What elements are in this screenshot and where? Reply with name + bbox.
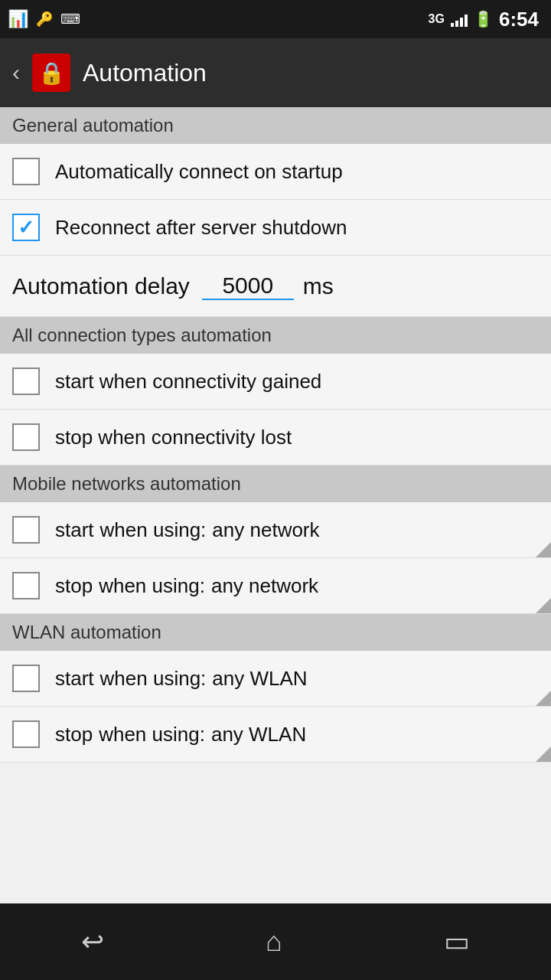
wlan-start-prefix: start <box>55 667 94 691</box>
mobile-start-prefix: start <box>55 518 94 542</box>
nav-recents-button[interactable]: ▭ <box>444 926 470 958</box>
signal-bars <box>451 11 468 27</box>
mobile-start-middle: when using: <box>100 518 207 542</box>
wlan-stop-checkbox[interactable] <box>12 720 40 748</box>
section-wlan-header: WLAN automation <box>0 614 551 651</box>
stop-connectivity-item[interactable]: stop when connectivity lost <box>0 410 551 466</box>
mobile-start-checkbox[interactable] <box>12 516 40 544</box>
grid-icon: 📊 <box>8 9 28 29</box>
delay-input[interactable] <box>202 273 294 300</box>
wlan-start-item[interactable]: start when using: any WLAN <box>0 651 551 707</box>
wlan-start-dropdown-arrow[interactable] <box>536 691 551 706</box>
mobile-stop-checkbox[interactable] <box>12 572 40 599</box>
nav-bar: ↩ ⌂ ▭ <box>0 903 551 980</box>
start-connectivity-checkbox[interactable] <box>12 368 40 395</box>
nav-back-button[interactable]: ↩ <box>81 926 104 958</box>
network-type: 3G <box>429 12 445 26</box>
app-icon: 🔒 <box>32 54 70 92</box>
wlan-stop-item[interactable]: stop when using: any WLAN <box>0 707 551 763</box>
app-title: Automation <box>83 59 207 87</box>
stop-connectivity-checkbox[interactable] <box>12 423 40 451</box>
reconnect-label: Reconnect after server shutdown <box>55 216 539 240</box>
back-button[interactable]: ‹ <box>12 60 20 86</box>
auto-connect-item[interactable]: Automatically connect on startup <box>0 144 551 200</box>
mobile-start-dropdown-arrow[interactable] <box>536 542 551 557</box>
section-mobile-networks-header: Mobile networks automation <box>0 466 551 502</box>
mobile-stop-dropdown-arrow[interactable] <box>536 598 551 613</box>
time-display: 6:54 <box>499 8 539 31</box>
reconnect-checkbox[interactable]: ✓ <box>12 214 40 241</box>
wlan-start-middle: when using: <box>100 667 207 691</box>
wlan-stop-dropdown-arrow[interactable] <box>536 746 551 762</box>
mobile-stop-item[interactable]: stop when using: any network <box>0 558 551 614</box>
section-general-header: General automation <box>0 107 551 144</box>
content-area: General automation Automatically connect… <box>0 107 551 763</box>
auto-connect-checkbox[interactable] <box>12 158 40 185</box>
stop-connectivity-label: stop when connectivity lost <box>55 426 539 449</box>
start-connectivity-item[interactable]: start when connectivity gained <box>0 354 551 410</box>
wlan-stop-prefix: stop <box>55 723 93 746</box>
mobile-start-value: any network <box>212 518 539 542</box>
mobile-stop-prefix: stop <box>55 574 93 598</box>
delay-label: Automation delay <box>12 273 190 299</box>
status-left-icons: 📊 🔑 ⌨ <box>0 0 80 38</box>
app-bar: ‹ 🔒 Automation <box>0 38 551 107</box>
mobile-stop-value: any network <box>211 574 539 598</box>
delay-row: Automation delay ms <box>0 256 551 317</box>
mobile-start-item[interactable]: start when using: any network <box>0 502 551 558</box>
keyboard-icon: ⌨ <box>60 11 80 28</box>
mobile-stop-middle: when using: <box>99 574 205 598</box>
delay-unit: ms <box>303 273 334 299</box>
section-all-connections-header: All connection types automation <box>0 317 551 354</box>
checkmark-icon: ✓ <box>18 216 34 240</box>
status-bar: 📊 🔑 ⌨ 3G 🔋 6:54 <box>0 0 551 38</box>
wlan-stop-middle: when using: <box>99 723 205 746</box>
nav-home-button[interactable]: ⌂ <box>266 926 282 958</box>
wlan-stop-value: any WLAN <box>211 723 539 746</box>
wlan-start-value: any WLAN <box>212 667 539 691</box>
start-connectivity-label: start when connectivity gained <box>55 370 539 394</box>
lock-icon: 🔒 <box>38 60 65 86</box>
battery-icon: 🔋 <box>474 10 493 28</box>
auto-connect-label: Automatically connect on startup <box>55 160 539 184</box>
key-icon: 🔑 <box>36 11 53 28</box>
wlan-start-checkbox[interactable] <box>12 665 40 692</box>
reconnect-item[interactable]: ✓ Reconnect after server shutdown <box>0 200 551 256</box>
